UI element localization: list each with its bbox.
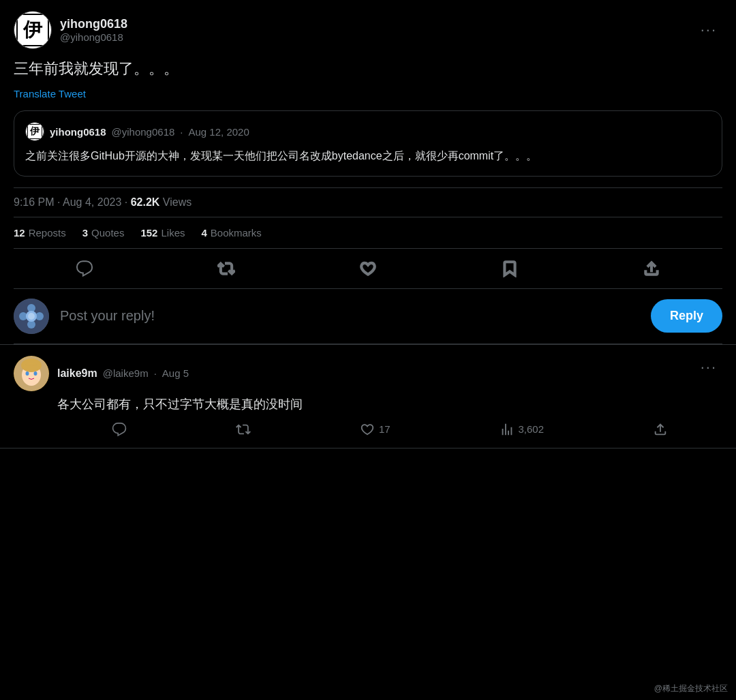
- reposts-stat[interactable]: 12 Reposts: [14, 227, 66, 239]
- comment-retweet-icon: [236, 422, 251, 437]
- comment-text: 各大公司都有，只不过字节大概是真的没时间: [57, 395, 722, 414]
- actions-row: [14, 249, 722, 289]
- quoted-tweet[interactable]: 伊 yihong0618 @yihong0618 · Aug 12, 2020 …: [14, 110, 722, 177]
- comment-dot: ·: [154, 367, 157, 379]
- svg-point-6: [28, 313, 35, 320]
- quoted-header: 伊 yihong0618 @yihong0618 · Aug 12, 2020: [25, 122, 711, 141]
- comment-reply-button[interactable]: [112, 422, 127, 437]
- quotes-stat[interactable]: 3 Quotes: [82, 227, 125, 239]
- comment-header: laike9m @laike9m · Aug 5 ···: [14, 356, 722, 391]
- likes-count: 152: [140, 227, 157, 239]
- avatar-inner: 伊: [16, 14, 49, 46]
- comment-more-button[interactable]: ···: [695, 356, 722, 379]
- watermark: @稀土掘金技术社区: [654, 683, 728, 695]
- like-action-button[interactable]: [348, 253, 388, 284]
- reply-action-button[interactable]: [65, 253, 104, 284]
- likes-label: Likes: [161, 227, 185, 239]
- reply-row: Post your reply! Reply: [14, 289, 722, 344]
- comment-header-left: laike9m @laike9m · Aug 5: [14, 356, 189, 391]
- comment-likes-count: 17: [379, 423, 390, 435]
- comment-like-button[interactable]: 17: [360, 422, 390, 437]
- quoted-date: Aug 12, 2020: [189, 126, 249, 138]
- tweet-meta: 9:16 PM · Aug 4, 2023 · 62.2K Views: [14, 187, 722, 217]
- views-count: 62.2K: [131, 196, 160, 208]
- comment-item: laike9m @laike9m · Aug 5 ··· 各大公司都有，只不过字…: [0, 345, 736, 448]
- avatar[interactable]: 伊: [14, 11, 52, 49]
- comment-share-icon: [653, 422, 668, 437]
- retweet-icon: [217, 260, 235, 277]
- comment-views-count: 3,602: [519, 423, 545, 435]
- comment-heart-icon: [360, 422, 375, 437]
- more-button[interactable]: ···: [695, 18, 722, 42]
- reply-avatar-svg: [14, 299, 49, 334]
- username[interactable]: @yihong0618: [60, 31, 127, 43]
- quoted-dot: ·: [180, 126, 183, 138]
- comment-date: Aug 5: [162, 367, 189, 379]
- comment-share-button[interactable]: [653, 422, 668, 437]
- tweet-author-info: 伊 yihong0618 @yihong0618: [14, 11, 127, 49]
- views-label: Views: [159, 196, 191, 208]
- svg-point-11: [34, 371, 37, 376]
- reply-button[interactable]: Reply: [651, 299, 722, 333]
- quotes-count: 3: [82, 227, 88, 239]
- comment-display-name[interactable]: laike9m: [57, 367, 97, 380]
- user-info: yihong0618 @yihong0618: [60, 17, 127, 43]
- share-icon: [643, 260, 660, 277]
- reply-user-avatar: [14, 299, 49, 334]
- avatar-char: 伊: [23, 20, 42, 40]
- comment-retweet-button[interactable]: [236, 422, 251, 437]
- comment-views-icon: [500, 422, 515, 437]
- tweet-text: 三年前我就发现了。。。: [14, 57, 722, 80]
- display-name[interactable]: yihong0618: [60, 17, 127, 31]
- reply-input[interactable]: Post your reply!: [60, 308, 640, 324]
- reposts-count: 12: [14, 227, 25, 239]
- comment-username: @laike9m: [103, 367, 149, 379]
- bookmark-action-button[interactable]: [490, 253, 530, 284]
- tweet-timestamp: 9:16 PM · Aug 4, 2023 ·: [14, 196, 131, 208]
- quoted-username: @yihong0618: [112, 126, 175, 138]
- translate-link[interactable]: Translate Tweet: [14, 88, 722, 100]
- svg-point-10: [26, 371, 29, 376]
- quoted-avatar-inner: 伊: [27, 124, 42, 139]
- comment-avatar[interactable]: [14, 356, 49, 391]
- quotes-label: Quotes: [91, 227, 124, 239]
- stats-row: 12 Reposts 3 Quotes 152 Likes 4 Bookmark…: [14, 217, 722, 249]
- main-tweet: 伊 yihong0618 @yihong0618 ··· 三年前我就发现了。。。…: [0, 0, 736, 345]
- heart-icon: [359, 260, 377, 277]
- comment-actions: 17 3,602: [57, 422, 722, 437]
- comment-views-button[interactable]: 3,602: [500, 422, 545, 437]
- bookmarks-label: Bookmarks: [211, 227, 262, 239]
- comment-user-info: laike9m @laike9m · Aug 5: [57, 367, 189, 380]
- comment-avatar-svg: [14, 356, 49, 391]
- quoted-avatar: 伊: [25, 122, 44, 141]
- reposts-label: Reposts: [29, 227, 66, 239]
- retweet-action-button[interactable]: [206, 253, 246, 284]
- quoted-avatar-char: 伊: [30, 125, 40, 138]
- reply-icon: [76, 260, 93, 277]
- comment-name-row: laike9m @laike9m · Aug 5: [57, 367, 189, 380]
- bookmarks-count: 4: [202, 227, 207, 239]
- quoted-display-name: yihong0618: [50, 126, 106, 138]
- tweet-header: 伊 yihong0618 @yihong0618 ···: [14, 11, 722, 49]
- likes-stat[interactable]: 152 Likes: [140, 227, 185, 239]
- comment-reply-icon: [112, 422, 127, 437]
- quoted-text: 之前关注很多GitHub开源的大神，发现某一天他们把公司名改成bytedance…: [25, 148, 711, 165]
- share-action-button[interactable]: [632, 253, 671, 284]
- bookmark-icon: [501, 260, 519, 277]
- bookmarks-stat[interactable]: 4 Bookmarks: [202, 227, 262, 239]
